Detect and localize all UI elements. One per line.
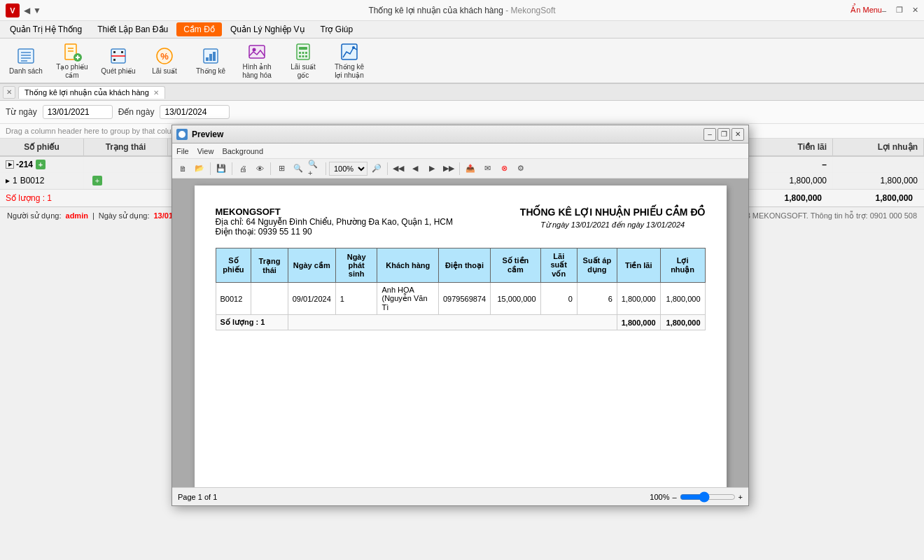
th-dien-thoai: Điện thoại xyxy=(438,248,490,283)
pt-prev-button[interactable]: ◀ xyxy=(407,161,423,176)
pt-first-button[interactable]: ◀◀ xyxy=(391,161,406,176)
th-lai-suat-von: Lãi suất vốn xyxy=(540,248,577,283)
pt-print-button[interactable]: 🖨 xyxy=(235,161,251,176)
preview-title: Preview xyxy=(192,130,704,139)
expand-icon[interactable]: ▸ xyxy=(6,160,14,169)
toolbar-quet-phieu[interactable]: Quét phiếu xyxy=(98,41,139,80)
window-controls: – ❐ ✕ xyxy=(878,4,921,17)
tu-ngay-input[interactable] xyxy=(43,105,113,119)
add-row-button[interactable]: + xyxy=(92,176,102,186)
col-header-tien-lai: Tiền lãi xyxy=(742,139,833,155)
zoom-control[interactable]: 100% – + xyxy=(650,491,743,503)
toolbar-lai-suat[interactable]: % Lãi suất xyxy=(144,41,185,80)
td-so-tien-cam: 15,000,000 xyxy=(491,283,540,315)
group-cell-tien-lai: – xyxy=(742,157,833,172)
pt-preview-button[interactable]: 👁 xyxy=(252,161,267,176)
toolbar-hinh-anh[interactable]: Hình ảnh hàng hóa xyxy=(237,41,277,80)
cell-so-phieu: ▸ 1 B0012 xyxy=(0,173,84,188)
toolbar-lai-suat-goc[interactable]: Lãi suất gốc xyxy=(283,41,323,80)
pt-sep5 xyxy=(387,162,388,175)
group-cell-so-phieu: ▸ -214 + xyxy=(0,157,84,172)
th-tien-lai: Tiền lãi xyxy=(617,248,660,283)
group-count: -214 xyxy=(16,160,33,169)
td-khach-hang: Anh HOA (Nguyễn Văn Tì xyxy=(377,283,439,315)
chart-icon xyxy=(201,46,220,66)
svg-rect-14 xyxy=(121,51,123,53)
close-all-tabs-button[interactable]: ✕ xyxy=(3,86,15,99)
tab-label: Thống kê lợi nhuận của khách hàng xyxy=(24,88,149,97)
nav-back-icon[interactable]: ◀ xyxy=(24,6,30,15)
table-header-row: Số phiếu Trạng thái Ngày cầm Ngày phát s… xyxy=(216,248,705,283)
preview-titlebar: Preview – ❐ ✕ xyxy=(172,125,748,144)
pt-zoom-apply-button[interactable]: 🔎 xyxy=(369,161,384,176)
pt-next-button[interactable]: ▶ xyxy=(424,161,440,176)
pt-stop-button[interactable]: ⊗ xyxy=(496,161,512,176)
preview-menu-file[interactable]: File xyxy=(176,147,189,155)
svg-rect-22 xyxy=(249,46,265,58)
company-address: Địa chỉ: 64 Nguyễn Đình Chiểu, Phường Đa… xyxy=(216,217,454,227)
toolbar-danh-sach[interactable]: Danh sách xyxy=(6,41,46,80)
add-group-button[interactable]: + xyxy=(36,160,46,169)
pt-zoom-control[interactable]: 100% 75% 150% xyxy=(329,162,368,176)
pt-copy-button[interactable]: ⊞ xyxy=(274,161,289,176)
win-minimize-button[interactable]: – xyxy=(878,4,890,17)
pt-settings-button[interactable]: ⚙ xyxy=(513,161,528,176)
menu-bar: Quản Trị Hệ Thống Thiết Lập Ban Đầu Cầm … xyxy=(0,21,924,38)
preview-menu-view[interactable]: View xyxy=(197,147,214,155)
preview-window-controls: – ❐ ✕ xyxy=(704,128,744,141)
tu-ngay-label: Từ ngày xyxy=(6,107,37,117)
zoom-out-icon[interactable]: – xyxy=(672,493,676,501)
td-trang-thai xyxy=(251,283,288,315)
zoom-in-icon[interactable]: + xyxy=(738,493,743,501)
report-table: Số phiếu Trạng thái Ngày cầm Ngày phát s… xyxy=(216,248,706,330)
svg-point-33 xyxy=(352,46,355,49)
svg-rect-27 xyxy=(302,52,304,54)
report-date-range: Từ ngày 13/01/2021 đến ngày 13/01/2024 xyxy=(520,220,706,230)
toolbar-thong-ke-loi-nhuan[interactable]: Thống kê lợi nhuận xyxy=(329,41,370,80)
th-trang-thai: Trạng thái xyxy=(251,248,288,283)
svg-rect-31 xyxy=(305,55,307,57)
user-label: Người sử dụng: xyxy=(7,211,62,220)
cell-trang-thai: + xyxy=(84,173,168,188)
menu-tro-giup[interactable]: Trợ Giúp xyxy=(314,22,360,36)
image-icon xyxy=(247,42,267,62)
phieu-link[interactable]: B0012 xyxy=(20,176,45,186)
report-title: THỐNG KÊ LỢI NHUẬN PHIẾU CẦM ĐỒ Từ ngày … xyxy=(520,206,706,237)
pt-open-button[interactable]: 📂 xyxy=(192,161,207,176)
nav-forward-icon[interactable]: ▼ xyxy=(33,6,41,15)
menu-thiet-lap[interactable]: Thiết Lập Ban Đầu xyxy=(90,22,175,36)
menu-cam-do[interactable]: Cầm Đồ xyxy=(176,22,222,36)
svg-rect-21 xyxy=(213,52,216,61)
preview-menu-background[interactable]: Background xyxy=(222,147,263,155)
toolbar-tao-phieu[interactable]: Tạo phiếu cầm xyxy=(52,41,92,80)
preview-minimize-button[interactable]: – xyxy=(704,128,716,141)
preview-close-button[interactable]: ✕ xyxy=(732,128,744,141)
pt-last-button[interactable]: ▶▶ xyxy=(441,161,456,176)
tab-close-button[interactable]: ✕ xyxy=(153,89,159,97)
report-company: MEKONGSOFT Địa chỉ: 64 Nguyễn Đình Chiểu… xyxy=(216,206,454,237)
preview-toolbar: 🗎 📂 💾 🖨 👁 ⊞ 🔍 🔍+ 100% 75% 150% 🔎 ◀◀ ◀ ▶ … xyxy=(172,159,748,178)
den-ngay-input[interactable] xyxy=(160,105,230,119)
win-restore-button[interactable]: ❐ xyxy=(893,4,906,17)
pt-zoom-in-button[interactable]: 🔍+ xyxy=(307,161,323,176)
cell-tien-lai: 1,800,000 xyxy=(742,173,833,188)
report-data-row: B0012 09/01/2024 1 Anh HOA (Nguyễn Văn T… xyxy=(216,283,705,315)
win-close-button[interactable]: ✕ xyxy=(909,4,921,17)
menu-quan-ly[interactable]: Quản Lý Nghiệp Vụ xyxy=(223,22,312,36)
row-expand-icon[interactable]: ▸ xyxy=(6,176,10,186)
svg-rect-25 xyxy=(299,47,307,50)
zoom-slider[interactable] xyxy=(680,491,736,503)
zoom-level: 100% xyxy=(650,493,669,501)
pt-export-button[interactable]: 📤 xyxy=(463,161,478,176)
pt-zoom-out-button[interactable]: 🔍 xyxy=(290,161,306,176)
profit-icon xyxy=(340,42,359,62)
pt-email-button[interactable]: ✉ xyxy=(479,161,495,176)
preview-restore-button[interactable]: ❐ xyxy=(718,128,730,141)
pt-zoom-select[interactable]: 100% 75% 150% xyxy=(329,162,368,176)
main-tab[interactable]: Thống kê lợi nhuận của khách hàng ✕ xyxy=(18,86,165,99)
toolbar-thong-ke[interactable]: Thống kê xyxy=(190,41,231,80)
menu-quan-tri[interactable]: Quản Trị Hệ Thống xyxy=(3,22,89,36)
pt-new-button[interactable]: 🗎 xyxy=(175,161,190,176)
date-label: Ngày sử dụng: xyxy=(99,211,150,220)
pt-save-button[interactable]: 💾 xyxy=(214,161,229,176)
